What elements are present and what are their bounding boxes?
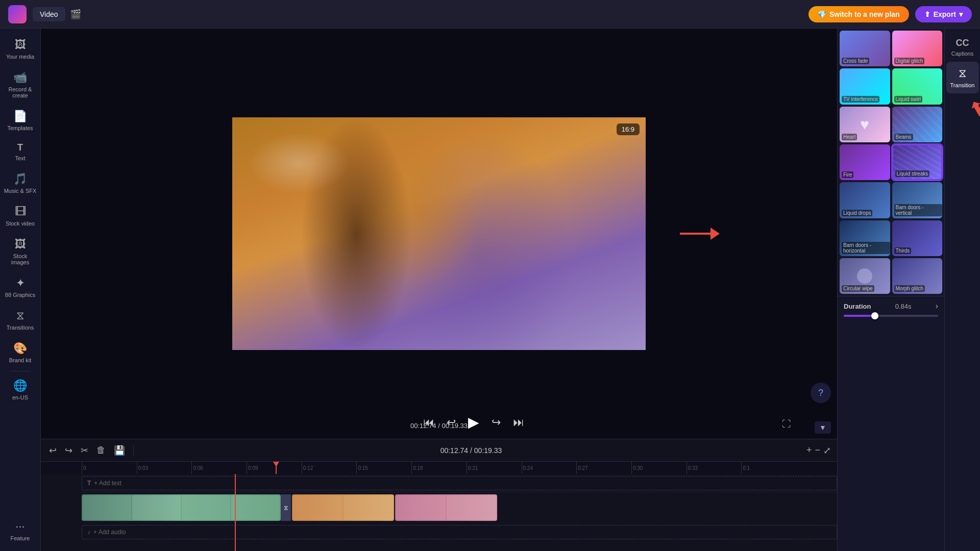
sidebar-item-record-create[interactable]: 📹 Record & create: [2, 66, 39, 104]
music-note-icon: ♪: [87, 529, 90, 536]
text-track-content: T + Add text: [82, 474, 837, 492]
duration-slider-fill: [844, 315, 872, 317]
timeline-time: 00:12.74 / 00:19.33: [140, 446, 802, 455]
duration-expand-icon: ›: [936, 302, 938, 311]
ruler-mark: 0:27: [576, 462, 631, 474]
transition-liquid-swirl[interactable]: Liquid swirl: [892, 68, 943, 104]
main-layout: 🖼 Your media 📹 Record & create 📄 Templat…: [0, 29, 980, 551]
playhead-ruler: [276, 462, 277, 474]
magic-icon[interactable]: 🎬: [67, 6, 84, 22]
ruler-mark: 0:1: [741, 462, 796, 474]
duration-slider-thumb[interactable]: [871, 312, 878, 319]
delete-button[interactable]: 🗑: [94, 443, 108, 458]
transition-fire[interactable]: Fire: [840, 144, 890, 180]
add-text-track[interactable]: T + Add text: [82, 476, 837, 490]
redo-button[interactable]: ↪: [63, 443, 75, 458]
sidebar-divider: [10, 371, 31, 371]
sidebar-item-graphics[interactable]: ✦ 88 Graphics: [2, 271, 39, 303]
stock-video-icon: 🎞: [15, 205, 26, 218]
playhead-triangle: [273, 462, 279, 467]
ruler-mark: 0:06: [191, 462, 247, 474]
transition-cross-fade[interactable]: Cross fade: [840, 31, 890, 66]
sidebar-item-captions[interactable]: CC Captions: [946, 33, 979, 62]
sidebar-item-templates[interactable]: 📄 Templates: [2, 105, 39, 136]
ruler-mark: 0:12: [302, 462, 357, 474]
transition-barn-doors-vertical[interactable]: Barn doors - vertical: [892, 182, 943, 218]
sidebar-item-text[interactable]: T Text: [2, 137, 39, 166]
upload-icon: ⬆: [924, 10, 930, 18]
text-track-icon: T: [87, 480, 91, 487]
time-display: 00:12.74 / 00:19.33: [410, 422, 468, 430]
duration-slider[interactable]: [844, 315, 938, 317]
zoom-in-button[interactable]: +: [806, 445, 812, 456]
transitions-icon: ⧖: [16, 309, 24, 322]
duration-header[interactable]: Duration 0.84s ›: [844, 302, 938, 311]
right-sidebar: CC Captions ⧖ Transition ⬆: [944, 29, 980, 551]
video-track-row: ⧖: [82, 492, 837, 523]
sidebar-item-more[interactable]: ··· Feature: [2, 515, 39, 546]
sidebar-item-music[interactable]: 🎵 Music & SFX: [2, 167, 39, 199]
duration-label: Duration: [844, 303, 871, 310]
transition-heart[interactable]: ♥ Heart: [840, 107, 890, 142]
stock-images-icon: 🖼: [15, 238, 26, 251]
video-clip-a[interactable]: [82, 494, 281, 521]
ruler-marks: 0 0:03 0:06 0:09 0:12 0:15 0:18 0:21 0:2…: [82, 462, 796, 474]
ruler-mark: 0: [82, 462, 137, 474]
cut-button[interactable]: ✂: [79, 443, 90, 458]
graphics-icon: ✦: [16, 277, 25, 290]
sidebar-item-transitions[interactable]: ⧖ Transitions: [2, 304, 39, 336]
transition-thirds[interactable]: Thirds: [892, 220, 943, 256]
fast-forward-button[interactable]: ↪: [492, 416, 501, 429]
export-button[interactable]: ⬆ Export ▾: [915, 6, 972, 22]
sidebar-item-stock-images[interactable]: 🖼 Stock images: [2, 233, 39, 270]
timeline-tracks: T + Add text: [41, 474, 837, 551]
video-clip-c[interactable]: [395, 494, 497, 521]
sidebar-item-transition[interactable]: ⧖ Transition: [946, 62, 979, 93]
record-icon: 📹: [13, 71, 27, 84]
tab-video[interactable]: Video: [33, 7, 65, 21]
transition-marker[interactable]: ⧖: [281, 494, 291, 521]
sidebar-item-language[interactable]: 🌐 en-US: [2, 374, 39, 406]
transition-icon: ⧖: [959, 67, 966, 80]
zoom-controls: + − ⤢: [806, 445, 831, 456]
undo-button[interactable]: ↩: [47, 443, 59, 458]
cursor-arrow: ⬆: [965, 95, 980, 122]
fullscreen-button[interactable]: ⛶: [782, 419, 791, 430]
fit-timeline-button[interactable]: ⤢: [823, 445, 831, 456]
gem-icon: 💎: [818, 10, 826, 18]
video-clip-b[interactable]: [292, 494, 394, 521]
more-icon: ···: [15, 520, 24, 533]
transition-circular-wipe[interactable]: Circular wipe: [840, 258, 890, 294]
transition-beams[interactable]: Beams: [892, 107, 943, 142]
help-button[interactable]: ?: [811, 383, 831, 403]
toolbar-divider: [133, 445, 134, 456]
captions-icon: CC: [956, 38, 969, 48]
add-audio-track[interactable]: ♪ + Add audio: [82, 525, 837, 539]
skip-to-end-button[interactable]: ⏭: [513, 416, 524, 429]
transition-digital-glitch[interactable]: Digital glitch: [892, 31, 943, 66]
sidebar-item-brand-kit[interactable]: 🎨 Brand kit: [2, 337, 39, 368]
transition-tv-interference[interactable]: TV interference: [840, 68, 890, 104]
transition-barn-doors-horizontal[interactable]: Barn doors - horizontal: [840, 220, 890, 256]
switch-plan-button[interactable]: 💎 Switch to a new plan: [808, 6, 909, 22]
transitions-panel: Cross fade Digital glitch TV interferenc…: [837, 29, 944, 551]
save-frame-button[interactable]: 💾: [112, 443, 127, 458]
ruler-mark: 0:18: [411, 462, 467, 474]
collapse-panel-button[interactable]: ▼: [815, 421, 831, 434]
transition-morph-glitch[interactable]: Morph glitch: [892, 258, 943, 294]
sidebar-item-your-media[interactable]: 🖼 Your media: [2, 33, 39, 65]
media-icon: 🖼: [15, 38, 26, 52]
aspect-ratio-badge: 16:9: [617, 123, 640, 135]
arrow-indicator: [680, 228, 720, 240]
left-sidebar: 🖼 Your media 📹 Record & create 📄 Templat…: [0, 29, 41, 551]
duration-section: Duration 0.84s ›: [838, 296, 944, 322]
play-button[interactable]: ▶: [468, 414, 479, 431]
zoom-out-button[interactable]: −: [815, 445, 820, 456]
brand-kit-icon: 🎨: [13, 342, 27, 355]
transition-liquid-streaks[interactable]: Liquid streaks: [892, 144, 943, 180]
playhead-line: [235, 474, 236, 551]
templates-icon: 📄: [13, 110, 27, 123]
audio-track-row: ♪ + Add audio: [82, 523, 837, 541]
sidebar-item-stock-video[interactable]: 🎞 Stock video: [2, 200, 39, 232]
transition-liquid-drops[interactable]: Liquid drops: [840, 182, 890, 218]
